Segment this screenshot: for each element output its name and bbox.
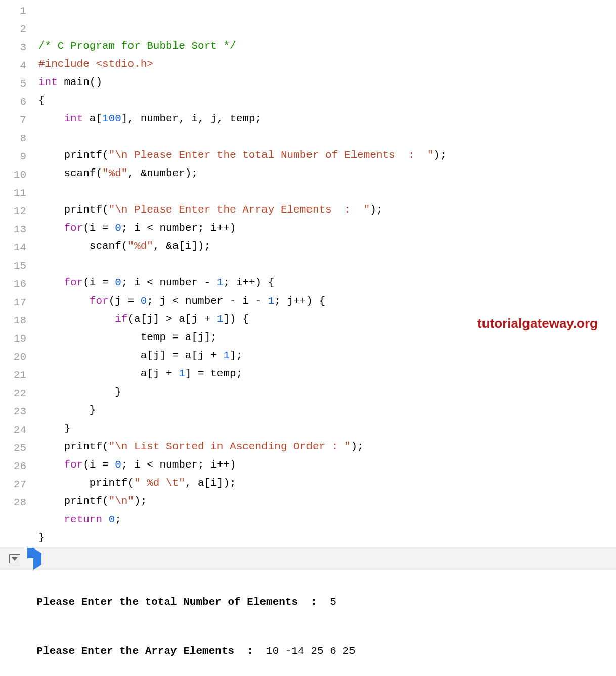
line-number: 19: [0, 330, 26, 348]
code-token: [38, 222, 64, 234]
code-line[interactable]: [38, 128, 616, 146]
code-token: 0: [115, 222, 121, 234]
code-token: printf(: [38, 204, 109, 216]
code-token: [38, 295, 90, 307]
console-prompt: Please Enter the Array Elements :: [36, 645, 266, 657]
line-number: 3: [0, 38, 26, 57]
code-line[interactable]: for(j = 0; j < number - i - 1; j++) {: [38, 292, 616, 310]
code-line[interactable]: printf(" %d \t", a[i]);: [38, 474, 616, 492]
code-line[interactable]: return 0;: [38, 511, 616, 529]
code-token: printf(: [38, 149, 109, 161]
code-line[interactable]: a[j] = a[j + 1];: [38, 347, 616, 365]
code-token: 0: [115, 459, 121, 471]
line-number: 4: [0, 57, 26, 75]
code-line[interactable]: [38, 256, 616, 274]
console-prompt: Please Enter the total Number of Element…: [36, 596, 330, 608]
code-token: for: [90, 295, 109, 307]
code-token: (a[j] > a[j +: [127, 313, 216, 325]
code-token: [38, 459, 64, 471]
line-number: 13: [0, 221, 26, 239]
code-token: /* C Program for Bubble Sort */: [38, 40, 236, 52]
code-token: for: [64, 222, 83, 234]
code-token: {: [38, 95, 45, 106]
watermark-text: tutorialgateway.org: [477, 316, 598, 331]
code-line[interactable]: }: [38, 401, 616, 419]
line-number: 14: [0, 239, 26, 257]
code-editor: 1234567891011121314151617181920212223242…: [0, 0, 616, 547]
code-token: ; i < number; i++): [121, 459, 236, 471]
code-token: [38, 113, 64, 124]
code-line[interactable]: printf("\n Please Enter the Array Elemen…: [38, 201, 616, 219]
code-line[interactable]: #include <stdio.h>: [38, 55, 616, 73]
line-number: 10: [0, 166, 26, 184]
code-line[interactable]: int main(): [38, 73, 616, 92]
code-area[interactable]: tutorialgateway.org /* C Program for Bub…: [34, 2, 616, 547]
dropdown-icon[interactable]: [9, 554, 20, 563]
code-token: for: [64, 459, 83, 471]
code-token: "%d": [127, 240, 153, 252]
code-token: "\n": [109, 495, 134, 507]
code-token: for: [64, 277, 83, 288]
code-token: 0: [141, 295, 147, 307]
code-line[interactable]: printf("\n");: [38, 492, 616, 511]
code-token: ] = temp;: [185, 368, 242, 379]
code-line[interactable]: {: [38, 92, 616, 110]
line-number: 22: [0, 385, 26, 403]
code-token: 0: [115, 277, 121, 288]
line-number: 9: [0, 148, 26, 166]
code-token: printf(: [38, 495, 109, 507]
code-token: if: [115, 313, 127, 325]
tag-icon[interactable]: [33, 548, 41, 570]
code-line[interactable]: /* C Program for Bubble Sort */: [38, 37, 616, 55]
line-number: 16: [0, 275, 26, 293]
code-line[interactable]: for(i = 0; i < number; i++): [38, 456, 616, 474]
code-token: ; i++) {: [224, 277, 275, 288]
line-number: 12: [0, 202, 26, 221]
line-number: 26: [0, 457, 26, 476]
code-line[interactable]: a[j + 1] = temp;: [38, 365, 616, 383]
code-line[interactable]: }: [38, 383, 616, 401]
line-number: 8: [0, 130, 26, 148]
line-number: 21: [0, 366, 26, 385]
code-token: , &a[i]);: [153, 240, 210, 252]
code-token: );: [370, 204, 382, 216]
line-number: 11: [0, 184, 26, 202]
code-token: 1: [179, 368, 185, 379]
code-token: main(): [58, 76, 102, 88]
code-token: [38, 277, 64, 288]
code-token: , a[i]);: [185, 477, 236, 489]
code-line[interactable]: for(i = 0; i < number; i++): [38, 219, 616, 237]
code-line[interactable]: printf("\n Please Enter the total Number…: [38, 146, 616, 164]
code-token: [102, 514, 109, 525]
line-number: 6: [0, 93, 26, 111]
code-token: "\n Please Enter the total Number of Ele…: [109, 149, 434, 161]
code-line[interactable]: scanf("%d", &a[i]);: [38, 237, 616, 256]
code-token: );: [433, 149, 446, 161]
code-token: 1: [217, 313, 224, 325]
debug-toolbar: [0, 547, 616, 570]
code-token: <stdio.h>: [96, 58, 153, 70]
console-line: Please Enter the total Number of Element…: [11, 584, 605, 619]
code-line[interactable]: scanf("%d", &number);: [38, 164, 616, 183]
code-token: 100: [102, 113, 121, 124]
code-line[interactable]: int a[100], number, i, j, temp;: [38, 110, 616, 128]
code-line[interactable]: }: [38, 419, 616, 438]
code-line[interactable]: printf("\n List Sorted in Ascending Orde…: [38, 438, 616, 456]
code-token: a[: [83, 113, 102, 124]
code-token: temp = a[j];: [38, 331, 217, 343]
code-token: [90, 58, 96, 70]
line-number: 25: [0, 439, 26, 457]
code-token: ];: [230, 350, 242, 361]
code-token: a[j +: [38, 368, 179, 379]
code-token: "\n Please Enter the Array Elements : ": [109, 204, 370, 216]
code-token: return: [64, 514, 102, 525]
code-line[interactable]: [38, 183, 616, 201]
code-line[interactable]: }: [38, 529, 616, 547]
code-token: }: [38, 386, 121, 398]
code-token: 1: [268, 295, 275, 307]
console-line: Please Enter the Array Elements : 10 -14…: [11, 633, 605, 668]
code-token: ], number, i, j, temp;: [121, 113, 261, 124]
code-token: ; i < number -: [121, 277, 217, 288]
code-line[interactable]: for(i = 0; i < number - 1; i++) {: [38, 274, 616, 292]
line-number: 15: [0, 257, 26, 275]
